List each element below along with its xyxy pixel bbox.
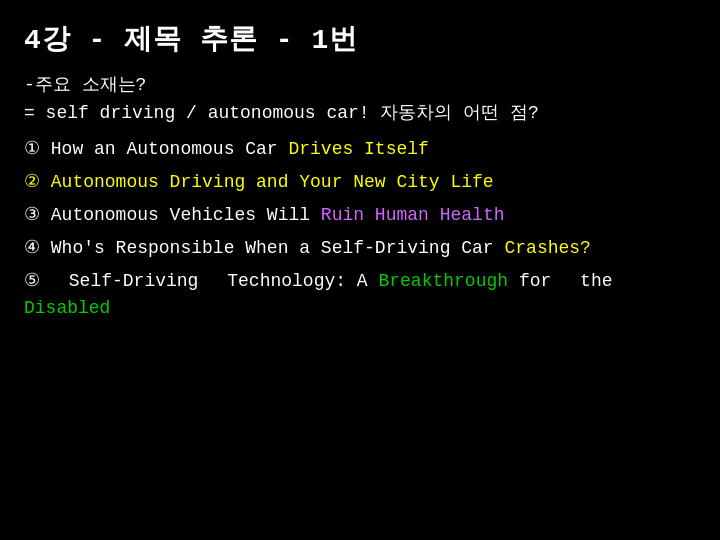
list-item-5-line1: ⑤ Self-Driving Technology: A Breakthroug… bbox=[24, 268, 696, 295]
subtitle: -주요 소재는? bbox=[24, 72, 696, 96]
item5-breakthrough: Breakthrough bbox=[378, 271, 508, 291]
page-container: 4강 - 제목 추론 - 1번 -주요 소재는? = self driving … bbox=[24, 20, 696, 322]
page-title: 4강 - 제목 추론 - 1번 bbox=[24, 20, 696, 58]
list-item-5-line2: Disabled bbox=[24, 295, 696, 322]
item3-white: ③ Autonomous Vehicles Will bbox=[24, 205, 321, 225]
item3-colored: Ruin Human Health bbox=[321, 205, 505, 225]
item5-for: for the bbox=[508, 271, 612, 291]
item4-white: ④ Who's Responsible When a Self-Driving … bbox=[24, 238, 504, 258]
list-item-2: ② Autonomous Driving and Your New City L… bbox=[24, 169, 696, 196]
item1-colored: Drives Itself bbox=[288, 139, 428, 159]
description: = self driving / autonomous car! 자동차의 어떤… bbox=[24, 100, 696, 124]
item5-number: ⑤ Self-Driving Technology: A bbox=[24, 271, 378, 291]
item5-disabled: Disabled bbox=[24, 298, 110, 318]
list-item-1: ① How an Autonomous Car Drives Itself bbox=[24, 136, 696, 163]
item2-colored: ② Autonomous Driving and Your New City L… bbox=[24, 172, 494, 192]
list-item-3: ③ Autonomous Vehicles Will Ruin Human He… bbox=[24, 202, 696, 229]
item4-colored: Crashes? bbox=[504, 238, 590, 258]
list-item-4: ④ Who's Responsible When a Self-Driving … bbox=[24, 235, 696, 262]
item1-number: ① How an Autonomous Car bbox=[24, 139, 288, 159]
